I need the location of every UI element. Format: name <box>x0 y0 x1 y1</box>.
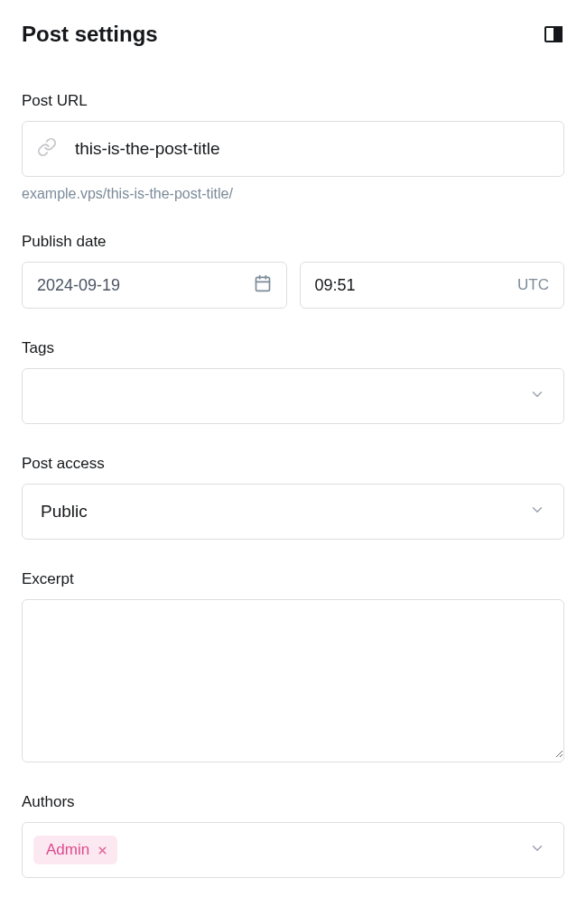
post-access-select[interactable]: Public <box>22 484 564 540</box>
authors-label: Authors <box>22 793 564 811</box>
timezone-label: UTC <box>517 276 549 294</box>
settings-header: Post settings <box>22 22 564 47</box>
post-url-group: Post URL example.vps/this-is-the-post-ti… <box>22 92 564 202</box>
post-url-label: Post URL <box>22 92 564 110</box>
authors-select[interactable]: Admin <box>22 822 564 878</box>
excerpt-label: Excerpt <box>22 570 564 588</box>
time-input-wrapper: UTC <box>300 262 565 309</box>
time-input[interactable] <box>315 276 518 295</box>
excerpt-group: Excerpt <box>22 570 564 762</box>
post-access-value: Public <box>41 502 88 522</box>
post-url-input-wrapper <box>22 121 564 177</box>
publish-date-label: Publish date <box>22 233 564 251</box>
date-input[interactable] <box>37 276 254 295</box>
tags-select[interactable] <box>22 368 564 424</box>
calendar-icon[interactable] <box>254 274 272 296</box>
publish-date-group: Publish date UTC <box>22 233 564 309</box>
chevron-down-icon <box>529 502 545 522</box>
tags-label: Tags <box>22 339 564 357</box>
remove-author-icon[interactable] <box>97 845 108 856</box>
date-time-row: UTC <box>22 262 564 309</box>
excerpt-textarea[interactable] <box>23 600 563 758</box>
link-icon <box>37 137 57 161</box>
tags-group: Tags <box>22 339 564 424</box>
panel-toggle-icon[interactable] <box>543 23 564 45</box>
svg-rect-2 <box>256 277 269 291</box>
post-url-helper: example.vps/this-is-the-post-title/ <box>22 186 564 202</box>
date-input-wrapper <box>22 262 287 309</box>
post-access-group: Post access Public <box>22 455 564 540</box>
author-name: Admin <box>46 841 89 859</box>
page-title: Post settings <box>22 22 158 47</box>
authors-group: Authors Admin <box>22 793 564 878</box>
svg-rect-1 <box>554 27 562 42</box>
post-url-input[interactable] <box>75 139 549 159</box>
chevron-down-icon <box>529 386 545 406</box>
author-tag: Admin <box>33 836 117 864</box>
excerpt-textarea-wrapper <box>22 599 564 762</box>
post-access-label: Post access <box>22 455 564 473</box>
chevron-down-icon <box>529 840 545 860</box>
